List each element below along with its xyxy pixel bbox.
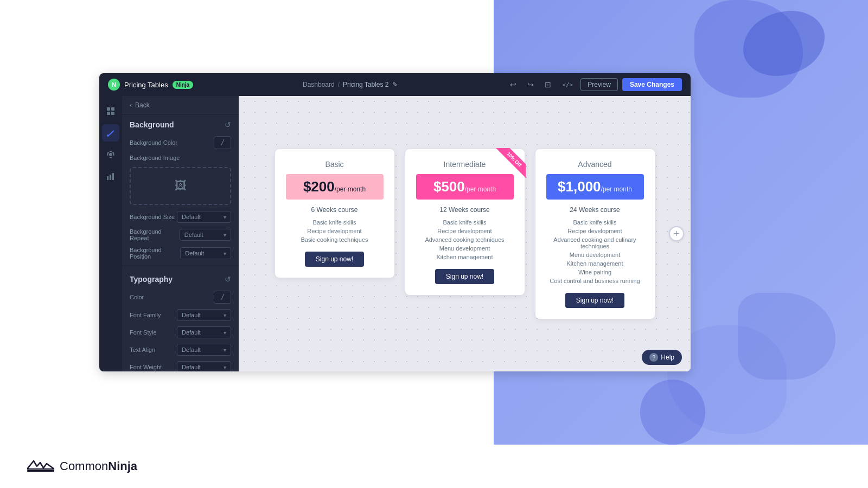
background-title: Background <box>130 120 174 129</box>
app-title: Pricing Tables <box>124 81 168 89</box>
bg-repeat-row: Background Repeat Default ▾ <box>122 226 239 244</box>
font-style-value: Default <box>182 329 201 336</box>
list-item: Basic knife skills <box>416 218 514 227</box>
nav-grid-icon[interactable] <box>102 102 119 120</box>
intermediate-price-amount: $500 <box>433 178 465 195</box>
font-weight-value: Default <box>182 364 201 370</box>
typo-no-color-icon: / <box>220 292 225 302</box>
save-button[interactable]: Save Changes <box>622 78 682 91</box>
bg-color-label: Background Color <box>130 139 177 146</box>
advanced-price-box: $1,000/per month <box>546 174 644 200</box>
svg-rect-2 <box>107 107 110 111</box>
code-icon: </> <box>562 81 573 88</box>
undo-button[interactable]: ↩ <box>507 78 520 91</box>
advanced-course-label: 24 Weeks course <box>546 206 644 214</box>
breadcrumb-dashboard[interactable]: Dashboard <box>303 81 335 88</box>
ribbon: 10% Off <box>493 148 526 181</box>
list-item: Wine pairing <box>546 268 644 277</box>
basic-price-period: /per month <box>335 185 366 193</box>
top-bar-left: N Pricing Tables Ninja <box>108 79 193 91</box>
no-color-icon: / <box>220 138 225 147</box>
bg-repeat-label: Background Repeat <box>130 228 180 241</box>
top-bar-right: ↩ ↪ ⊡ </> Preview Save Changes <box>507 78 682 91</box>
font-family-select[interactable]: Default ▾ <box>177 309 231 321</box>
svg-rect-8 <box>110 175 111 180</box>
svg-marker-0 <box>27 461 54 469</box>
layout-icon: ⊡ <box>545 80 551 89</box>
back-label: Back <box>135 101 150 109</box>
intermediate-course-label: 12 Weeks course <box>416 206 514 214</box>
typography-section-header: Typography ↺ <box>122 269 239 288</box>
list-item: Recipe development <box>286 227 384 235</box>
bg-size-select[interactable]: Default ▾ <box>177 211 231 223</box>
add-card-button[interactable]: + <box>669 226 684 241</box>
bg-repeat-value: Default <box>184 232 203 238</box>
breadcrumb-edit-icon[interactable]: ✎ <box>392 81 398 88</box>
basic-price-amount: $200 <box>303 178 335 195</box>
icon-nav <box>99 96 122 371</box>
svg-rect-4 <box>107 112 110 115</box>
code-button[interactable]: </> <box>559 79 576 91</box>
svg-rect-9 <box>112 173 114 180</box>
basic-signup-button[interactable]: Sign up now! <box>305 252 364 267</box>
nav-chart-icon[interactable] <box>102 168 119 185</box>
list-item: Menu development <box>546 251 644 259</box>
bg-repeat-select[interactable]: Default ▾ <box>180 229 231 241</box>
font-family-label: Font Family <box>130 312 161 318</box>
bg-image-label: Background Image <box>130 155 180 161</box>
bg-size-label: Background Size <box>130 214 175 220</box>
redo-button[interactable]: ↪ <box>524 78 537 91</box>
help-icon: ? <box>649 353 658 362</box>
back-button[interactable]: ‹ Back <box>122 96 239 115</box>
list-item: Kitchen management <box>416 253 514 261</box>
advanced-price-period: /per month <box>601 185 632 193</box>
text-align-label: Text Align <box>130 346 155 353</box>
advanced-card-title: Advanced <box>546 160 644 169</box>
preview-button[interactable]: Preview <box>580 78 618 91</box>
intermediate-feature-list: Basic knife skills Recipe development Ad… <box>416 218 514 261</box>
font-style-arrow-icon: ▾ <box>224 330 226 336</box>
background-reset-icon[interactable]: ↺ <box>225 120 231 129</box>
undo-icon: ↩ <box>510 80 516 89</box>
font-weight-select[interactable]: Default ▾ <box>177 361 231 371</box>
bg-size-row: Background Size Default ▾ <box>122 208 239 226</box>
list-item: Cost control and business running <box>546 277 644 285</box>
font-family-arrow-icon: ▾ <box>224 312 226 318</box>
advanced-signup-button[interactable]: Sign up now! <box>565 293 624 308</box>
bg-position-row: Background Position Default ▾ <box>122 244 239 262</box>
font-style-select[interactable]: Default ▾ <box>177 326 231 338</box>
text-align-select[interactable]: Default ▾ <box>177 344 231 356</box>
basic-feature-list: Basic knife skills Recipe development Ba… <box>286 218 384 244</box>
typo-color-label: Color <box>130 294 144 300</box>
help-button[interactable]: ? Help <box>642 350 682 365</box>
typography-reset-icon[interactable]: ↺ <box>225 275 231 284</box>
typo-color-row: Color / <box>122 288 239 306</box>
pricing-card-intermediate: 10% Off Intermediate $500/per month 12 W… <box>405 149 525 295</box>
list-item: Recipe development <box>546 227 644 235</box>
bg-size-value: Default <box>182 214 201 220</box>
bg-color-picker[interactable]: / <box>214 136 231 149</box>
bg-image-row: Background Image <box>122 152 239 164</box>
layout-settings-button[interactable]: ⊡ <box>541 78 554 91</box>
company-logo: CommonNinja <box>27 458 137 474</box>
list-item: Kitchen management <box>546 259 644 268</box>
list-item: Advanced cooking and culinary techniques <box>546 235 644 251</box>
svg-rect-7 <box>107 176 108 180</box>
breadcrumb-separator: / <box>338 81 340 88</box>
bg-position-select[interactable]: Default ▾ <box>180 247 231 259</box>
list-item: Basic knife skills <box>546 218 644 227</box>
font-family-value: Default <box>182 312 201 318</box>
nav-gear-icon[interactable] <box>102 146 119 163</box>
nav-brush-icon[interactable] <box>102 124 119 142</box>
list-item: Basic knife skills <box>286 218 384 227</box>
back-arrow-icon: ‹ <box>130 101 132 109</box>
font-style-row: Font Style Default ▾ <box>122 324 239 341</box>
ninja-badge: Ninja <box>173 81 193 89</box>
typo-color-picker[interactable]: / <box>214 291 231 304</box>
svg-rect-3 <box>111 107 114 111</box>
list-item: Advanced cooking techniques <box>416 235 514 244</box>
intermediate-signup-button[interactable]: Sign up now! <box>435 269 494 284</box>
font-weight-label: Font Weight <box>130 364 162 370</box>
section-divider <box>122 266 239 266</box>
image-upload-area[interactable]: 🖼 <box>130 167 231 205</box>
